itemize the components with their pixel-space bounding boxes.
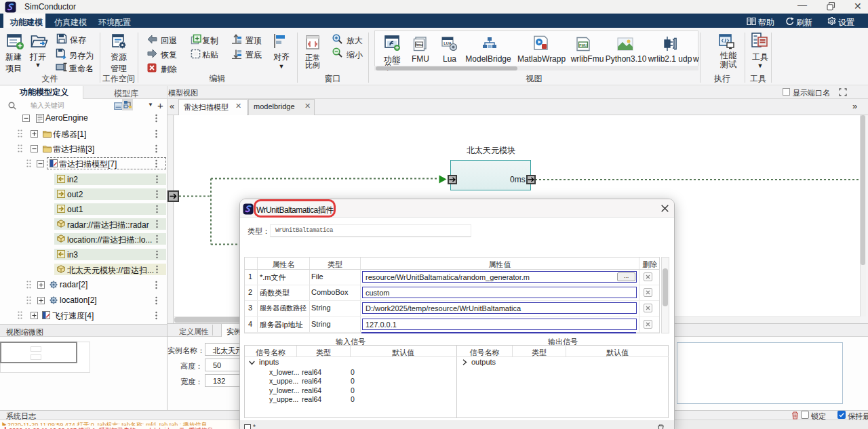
svg-text:FMU: FMU bbox=[579, 43, 587, 47]
svg-text:LUA: LUA bbox=[443, 41, 451, 45]
svg-text:fmu: fmu bbox=[416, 43, 422, 47]
